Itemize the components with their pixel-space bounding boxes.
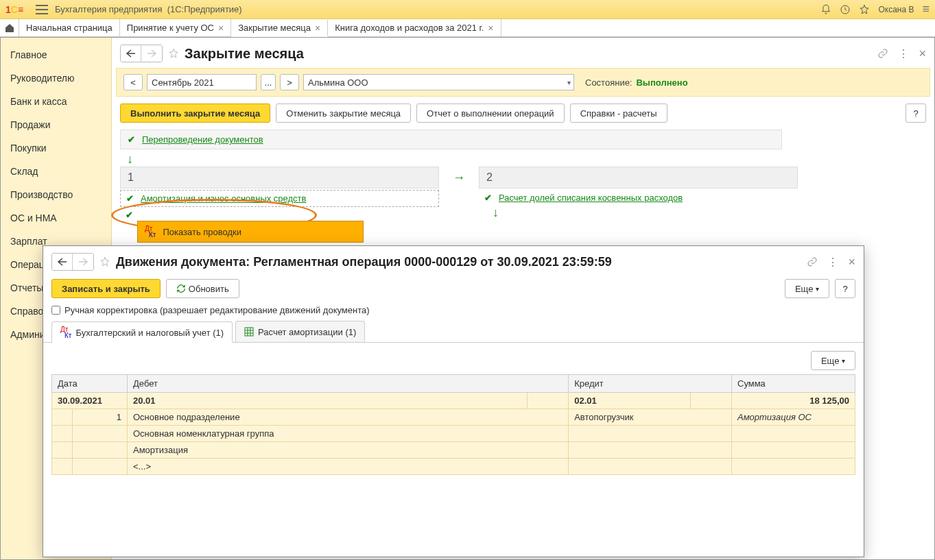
sidebar-item-os[interactable]: ОС и НМА [1,206,111,230]
forward-button[interactable] [141,45,162,62]
close-form-icon[interactable]: × [919,47,926,61]
table-row[interactable]: 30.09.2021 20.01 02.01 18 125,00 [52,393,855,409]
sidebar-item-bank[interactable]: Банк и касса [1,90,111,113]
month-field[interactable]: Сентябрь 2021 [147,74,257,90]
back-button[interactable] [121,45,141,62]
calcs-button[interactable]: Справки - расчеты [570,104,667,123]
history-icon[interactable] [840,4,851,15]
execute-button[interactable]: Выполнить закрытие месяца [120,104,270,123]
indirect-costs-link[interactable]: Расчет долей списания косвенных расходов [499,193,683,203]
save-close-button[interactable]: Записать и закрыть [51,279,161,298]
step-1-header: 1 [120,167,439,188]
sidebar-item-production[interactable]: Производство [1,183,111,206]
step-2-header: 2 [479,167,798,188]
favorite-star-icon[interactable] [168,48,179,59]
help-button[interactable]: ? [906,104,926,123]
status-value: Выполнено [636,77,687,88]
modal-more-button[interactable]: Еще ▾ [785,279,829,298]
sidebar-item-manager[interactable]: Руководителю [1,66,111,90]
bell-icon[interactable] [820,4,831,15]
titlebar: 1С≡ Бухгалтерия предприятия (1С:Предприя… [0,0,935,19]
document-movements-window: Движения документа: Регламентная операци… [43,245,864,557]
chevron-down-icon[interactable]: ▾ [567,79,571,86]
check-icon: ✔ [126,210,133,220]
show-postings-menuitem[interactable]: ДтКт Показать проводки [138,221,363,242]
modal-title: Движения документа: Регламентная операци… [116,255,612,269]
check-icon: ✔ [484,193,492,203]
tabs-bar: Начальная страница Принятие к учету ОС× … [0,19,935,37]
nav-arrows [120,45,163,62]
tab-os[interactable]: Принятие к учету ОС× [120,19,231,36]
table-row[interactable]: Основная номенклатурная группа [52,426,855,442]
next-month-button[interactable]: > [280,74,299,90]
table-row[interactable]: <...> [52,459,855,475]
link-icon[interactable] [877,48,888,59]
table-icon [244,327,254,337]
col-debit: Дебет [128,375,569,393]
close-icon[interactable]: × [315,23,320,34]
tab-month-close[interactable]: Закрытие месяца× [231,20,328,37]
status-label: Состояние: [585,77,632,88]
dtkt-icon: ДтКт [145,226,156,238]
params-bar: < Сентябрь 2021 ... > Альмина ООО▾ Состо… [116,68,930,97]
check-icon: ✔ [128,134,135,145]
prev-month-button[interactable]: < [123,74,143,90]
favorite-star-icon[interactable] [99,256,110,267]
manual-edit-label: Ручная корректировка (разрешает редактир… [64,305,370,315]
amortization-link[interactable]: Амортизация и износ основных средств [141,193,306,204]
table-row[interactable]: 1 Основное подразделение Автопогрузчик А… [52,409,855,426]
arrow-right-icon: → [453,171,465,184]
app-title: Бухгалтерия предприятия (1С:Предприятие) [55,4,820,14]
col-sum: Сумма [732,375,855,393]
page-title: Закрытие месяца [185,46,304,62]
cancel-close-button[interactable]: Отменить закрытие месяца [276,104,411,123]
month-picker-button[interactable]: ... [261,74,276,90]
star-icon[interactable] [859,4,870,15]
modal-close-icon[interactable]: × [848,255,855,269]
link-icon[interactable] [807,256,818,267]
modal-help-button[interactable]: ? [835,279,855,298]
check-icon: ✔ [126,193,134,204]
dtkt-icon: ДтКт [60,326,71,339]
report-button[interactable]: Отчет о выполнении операций [416,104,565,123]
logo-1c: 1С≡ [5,4,25,15]
context-menu: ДтКт Показать проводки [137,221,364,243]
postings-table[interactable]: Дата Дебет Кредит Сумма 30.09.2021 20.01… [51,374,855,475]
tab-accounting[interactable]: ДтКт Бухгалтерский и налоговый учет (1) [51,321,233,343]
arrow-down-icon: ↓ [127,152,926,167]
tab-book[interactable]: Книга доходов и расходов за 2021 г.× [328,19,501,36]
redo-documents-link[interactable]: Перепроведение документов [142,134,263,145]
arrow-down-icon: ↓ [493,206,798,220]
close-icon[interactable]: × [488,23,493,34]
menu-icon[interactable] [36,5,48,14]
organization-field[interactable]: Альмина ООО▾ [303,74,574,90]
close-icon[interactable]: × [218,23,224,34]
tab-amortization[interactable]: Расчет амортизации (1) [235,321,365,342]
sidebar-item-warehouse[interactable]: Склад [1,160,111,183]
tab-home-label[interactable]: Начальная страница [19,19,120,36]
table-row[interactable]: Амортизация [52,442,855,459]
home-tab-icon[interactable] [0,19,19,36]
col-credit: Кредит [569,375,732,393]
modal-more-icon[interactable]: ⋮ [827,256,838,269]
refresh-button[interactable]: Обновить [166,279,239,298]
sidebar-item-sales[interactable]: Продажи [1,113,111,136]
col-date: Дата [52,375,128,393]
user-menu-icon[interactable]: ≡ [922,2,930,16]
sidebar-item-main[interactable]: Главное [1,43,111,66]
modal-back-button[interactable] [52,254,73,270]
table-more-button[interactable]: Еще ▾ [811,351,855,370]
modal-forward-button[interactable] [73,254,93,270]
user-name[interactable]: Оксана В [878,5,914,14]
sidebar-item-purchases[interactable]: Покупки [1,136,111,160]
more-icon[interactable]: ⋮ [898,47,909,60]
manual-edit-checkbox[interactable] [51,306,60,315]
svg-rect-1 [245,328,253,336]
